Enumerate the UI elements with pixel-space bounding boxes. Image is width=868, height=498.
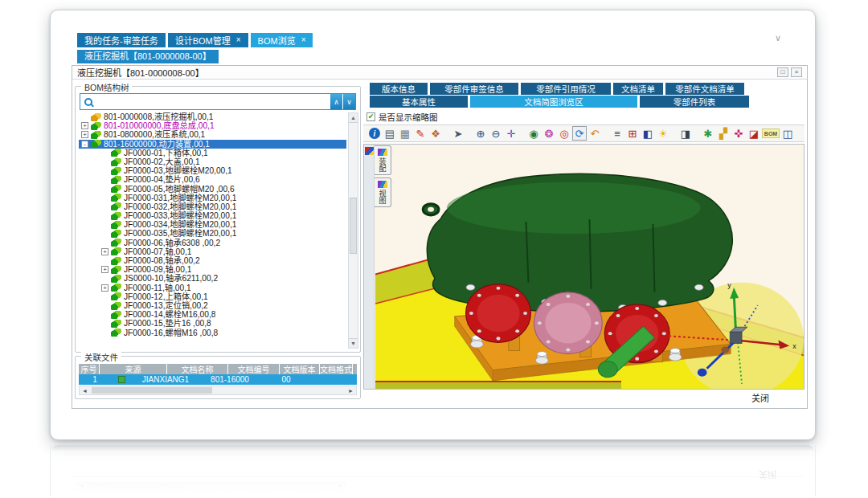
print-icon[interactable]: ▦ xyxy=(398,126,412,141)
info-tab[interactable]: 零部件引用情况 xyxy=(521,83,611,95)
expander-icon[interactable] xyxy=(101,293,108,300)
expander-icon[interactable] xyxy=(101,176,108,183)
explode-icon[interactable]: ✱ xyxy=(701,126,715,141)
zoom-in-icon[interactable]: ⊕ xyxy=(473,126,488,141)
expander-icon[interactable] xyxy=(101,275,108,282)
hscroll-thumb[interactable] xyxy=(92,387,212,394)
tree-node[interactable]: JF0000-032,地脚螺栓M20,00,1 xyxy=(79,202,346,211)
select-cursor-icon[interactable]: ➤ xyxy=(451,126,465,141)
tree-node[interactable]: JF0000-04,垫片,00,6 xyxy=(79,175,346,184)
scroll-down-icon[interactable]: ▼ xyxy=(349,338,358,348)
restore-icon[interactable]: □ xyxy=(777,67,788,77)
expander-icon[interactable] xyxy=(101,221,108,228)
expander-icon[interactable] xyxy=(81,113,88,120)
info-tab[interactable]: 文档清单 xyxy=(613,83,663,95)
tree-node[interactable]: + JF0000-07,轴,00,1 xyxy=(79,247,346,256)
expander-icon[interactable]: + xyxy=(101,248,108,255)
tree-node[interactable]: JF0000-01,下箱体,00,1 xyxy=(79,149,346,157)
files-table-row[interactable]: 1 JIANXIANG1 801-16000 00 xyxy=(79,374,357,385)
expander-icon[interactable] xyxy=(101,203,108,210)
expander-icon[interactable] xyxy=(101,329,108,337)
light-icon[interactable]: ☀ xyxy=(656,126,670,141)
layers-icon[interactable]: ≡ xyxy=(610,126,624,141)
scroll-thumb[interactable] xyxy=(350,198,357,254)
3d-model-canvas[interactable]: x y xyxy=(375,145,804,389)
tree-node[interactable]: + JF0000-09,轴,00,1 xyxy=(79,265,346,274)
info-tab[interactable]: 基本属性 xyxy=(370,96,468,108)
expander-icon[interactable] xyxy=(101,186,108,193)
expander-icon[interactable] xyxy=(101,194,108,202)
expander-icon[interactable]: + xyxy=(81,131,88,138)
close-button[interactable]: 关闭 xyxy=(751,391,769,404)
tree-node[interactable]: + JF0000-11,轴,00,1 xyxy=(79,284,346,292)
expander-icon[interactable]: + xyxy=(101,284,108,292)
view-undo-icon[interactable]: ↶ xyxy=(588,126,602,141)
assemble-icon[interactable]: ▞ xyxy=(716,126,731,141)
tree-node[interactable]: JF0000-031,地脚螺栓M20,00,1 xyxy=(79,194,346,202)
tree-node[interactable]: 801-0000008,液压挖掘机,00,1 xyxy=(79,112,346,121)
thumbnail-checkbox[interactable]: ✔ xyxy=(366,112,375,121)
document-subtab[interactable]: 液压挖掘机【801-0000008-00】 xyxy=(77,50,219,63)
tree-scrollbar[interactable]: ▲ ▼ xyxy=(348,112,358,349)
zoom-select-icon[interactable]: ❂ xyxy=(542,126,556,141)
expander-icon[interactable] xyxy=(101,167,108,174)
markup-icon[interactable]: ❖ xyxy=(428,126,443,141)
expander-icon[interactable]: - xyxy=(81,141,88,148)
tree-node[interactable]: JF0000-05,地脚螺帽M20 ,00,6 xyxy=(79,185,346,194)
export-view-icon[interactable]: ◫ xyxy=(780,126,795,141)
tree-node[interactable]: JF0000-08,轴承,00,2 xyxy=(79,256,346,265)
fit-window-icon[interactable]: ✛ xyxy=(504,126,518,141)
expander-icon[interactable]: + xyxy=(101,266,108,273)
tabbar-chevron-icon[interactable]: ∨ xyxy=(775,33,781,43)
rotate-center-icon[interactable]: ◎ xyxy=(557,126,571,141)
3d-viewer[interactable]: 装配 视图 xyxy=(363,144,805,390)
tree-node[interactable]: JF0000-12,上箱体,00,1 xyxy=(79,292,346,301)
viewer-side-tab[interactable]: 装配 xyxy=(375,145,391,175)
expander-icon[interactable] xyxy=(101,158,108,165)
tree-node[interactable]: JF0000-13,定位销,00,2 xyxy=(79,301,346,310)
tree-node[interactable]: - 801-16000000,动力装置,00,1 xyxy=(79,140,346,149)
tree-node[interactable]: JF0000-15,垫片16 ,00,8 xyxy=(79,319,346,328)
info-tab[interactable]: 文档简图浏览区 xyxy=(470,96,637,108)
tree-node[interactable]: + 801-0800000,液压系统,00,1 xyxy=(79,130,346,139)
expander-icon[interactable] xyxy=(101,239,108,247)
zoom-window-icon[interactable]: ◉ xyxy=(526,126,541,141)
rotate-icon[interactable]: ⟳ xyxy=(572,126,587,141)
zoom-out-icon[interactable]: ⊖ xyxy=(489,126,503,141)
tree-node[interactable]: JF0000-16,螺帽M16 ,00,8 xyxy=(79,329,346,337)
tree-node[interactable]: JF0000-14,螺栓M16,00,8 xyxy=(79,310,346,319)
expander-icon[interactable] xyxy=(101,311,108,318)
snapshot-icon[interactable]: ◨ xyxy=(678,126,693,141)
search-next-icon[interactable]: ∨ xyxy=(343,94,355,109)
expander-icon[interactable] xyxy=(101,302,108,309)
tree-node[interactable]: JF0000-034,地脚螺栓M20,00,1 xyxy=(79,220,346,229)
expander-icon[interactable] xyxy=(101,320,108,327)
close-icon[interactable]: × xyxy=(791,67,802,77)
tree-node[interactable]: JF0000-02,大盖,00,1 xyxy=(79,157,346,166)
axis-icon[interactable]: ✜ xyxy=(731,126,746,141)
main-tab[interactable]: 我的任务-审签任务 xyxy=(77,33,166,47)
info-tab[interactable]: 零部件列表 xyxy=(640,96,749,108)
edit-pen-icon[interactable]: ✎ xyxy=(413,126,428,141)
scroll-left-icon[interactable]: ◄ xyxy=(80,388,90,394)
expander-icon[interactable] xyxy=(101,149,108,157)
expander-icon[interactable] xyxy=(101,257,108,264)
thumbnail-panel-icon[interactable] xyxy=(365,147,374,155)
scroll-up-icon[interactable]: ▲ xyxy=(349,113,358,123)
tab-close-icon[interactable]: × xyxy=(236,36,241,44)
tree-node[interactable]: JF0000-03,地脚螺栓M20,00,1 xyxy=(79,166,346,175)
search-input[interactable] xyxy=(96,94,330,109)
tree-node[interactable]: JF0000-033,地脚螺栓M20,00,1 xyxy=(79,211,346,220)
main-tab[interactable]: BOM浏览 × xyxy=(251,33,313,47)
expander-icon[interactable]: + xyxy=(81,122,88,129)
measure-icon[interactable]: ⊞ xyxy=(625,126,640,141)
tree-node[interactable]: JF0000-06,轴承6308 ,00,2 xyxy=(79,239,346,247)
render-mode-icon[interactable]: ◧ xyxy=(641,126,655,141)
tab-close-icon[interactable]: × xyxy=(301,36,306,44)
expander-icon[interactable] xyxy=(101,231,108,238)
main-tab[interactable]: 设计BOM管理 × xyxy=(168,33,248,47)
info-icon[interactable]: i xyxy=(369,128,380,139)
info-tab[interactable]: 版本信息 xyxy=(370,83,428,95)
info-tab[interactable]: 零部件审签信息 xyxy=(430,83,518,95)
section-icon[interactable]: ◪ xyxy=(747,126,761,141)
